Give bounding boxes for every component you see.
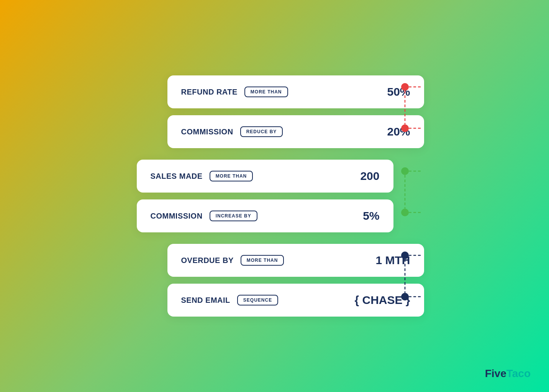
sales-made-label: SALES MADE <box>151 172 203 181</box>
brand-five: Five <box>485 368 506 379</box>
sales-made-badge: MORE THAN <box>210 171 253 181</box>
brand-taco: Taco <box>506 368 531 379</box>
overdue-label: OVERDUE BY <box>181 256 234 265</box>
svg-point-7 <box>401 209 409 216</box>
svg-point-12 <box>401 293 409 301</box>
commission-increase-card: COMMISSION INCREASE BY 5% <box>137 199 393 232</box>
send-email-card: SEND EMAIL SEQUENCE { CHASE } <box>167 284 424 317</box>
sales-made-value: 200 <box>360 170 379 183</box>
commission-increase-label: COMMISSION <box>151 212 203 220</box>
commission-increase-badge: INCREASE BY <box>210 211 257 221</box>
green-group: SALES MADE MORE THAN 200 COMMISSION INCR… <box>137 160 424 232</box>
svg-point-5 <box>401 167 409 175</box>
commission-reduce-badge: REDUCE BY <box>240 126 283 137</box>
send-email-label: SEND EMAIL <box>181 296 230 305</box>
red-connector-svg <box>397 87 428 137</box>
svg-point-10 <box>401 252 409 259</box>
commission-reduce-label: COMMISSION <box>181 127 233 136</box>
dark-group: OVERDUE BY MORE THAN 1 MTH SEND EMAIL SE… <box>137 244 424 317</box>
dark-connector-svg <box>397 255 428 305</box>
refund-rate-card: REFUND RATE MORE THAN 50% <box>167 75 424 108</box>
red-group: REFUND RATE MORE THAN 50% COMMISSION RED… <box>137 75 424 148</box>
commission-increase-value: 5% <box>363 209 379 222</box>
svg-point-2 <box>401 124 409 132</box>
commission-reduce-card: COMMISSION REDUCE BY 20% <box>167 115 424 148</box>
sales-made-card: SALES MADE MORE THAN 200 <box>137 160 393 193</box>
svg-point-0 <box>401 83 409 91</box>
overdue-badge: MORE THAN <box>241 255 284 266</box>
overdue-card: OVERDUE BY MORE THAN 1 MTH <box>167 244 424 277</box>
refund-rate-label: REFUND RATE <box>181 88 238 96</box>
refund-rate-badge: MORE THAN <box>244 87 288 97</box>
main-scene: REFUND RATE MORE THAN 50% COMMISSION RED… <box>137 75 424 317</box>
send-email-badge: SEQUENCE <box>237 295 278 305</box>
green-connector-svg <box>397 171 428 221</box>
branding: FiveTaco <box>485 368 531 380</box>
